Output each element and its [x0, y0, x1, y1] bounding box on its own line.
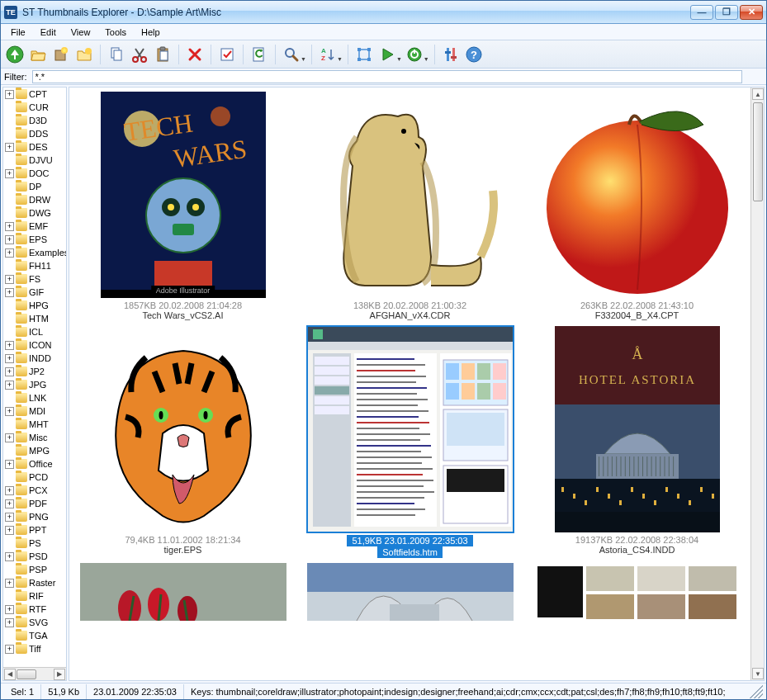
zoom-button[interactable] [281, 44, 302, 65]
resize-grip-icon[interactable] [750, 685, 763, 698]
tree-folder[interactable]: CUR [3, 101, 66, 114]
tree-folder[interactable]: +Office [3, 457, 66, 471]
new-folder-button[interactable] [73, 44, 95, 65]
tree-expander-icon[interactable]: + [5, 169, 14, 178]
tree-expander-icon[interactable]: + [5, 248, 14, 258]
tree-folder[interactable]: +PCX [3, 484, 66, 497]
tree-folder[interactable]: ICL [3, 325, 66, 338]
crop-button[interactable] [353, 44, 375, 65]
vertical-scrollbar[interactable]: ▲ ▼ [750, 88, 764, 680]
tree-expander-icon[interactable] [5, 328, 14, 337]
tree-expander-icon[interactable] [5, 262, 14, 271]
filter-input[interactable] [32, 70, 742, 83]
paste-button[interactable] [152, 44, 173, 65]
thumbnail-preview[interactable] [306, 91, 514, 299]
thumbnail-cell-partial[interactable] [303, 563, 517, 621]
tree-expander-icon[interactable]: + [5, 486, 14, 495]
tree-folder[interactable]: +PSD [3, 550, 66, 563]
power-dropdown-icon[interactable]: ▼ [424, 56, 429, 62]
refresh-button[interactable] [249, 44, 270, 65]
tree-folder[interactable]: TGA [3, 629, 66, 642]
tree-folder[interactable]: MHT [3, 418, 66, 431]
tree-folder[interactable]: +SVG [3, 616, 66, 629]
tree-folder[interactable]: MPG [3, 444, 66, 457]
tree-expander-icon[interactable] [5, 103, 14, 112]
power-button[interactable] [404, 44, 425, 65]
tree-expander-icon[interactable]: + [5, 354, 14, 363]
tree-expander-icon[interactable]: + [5, 288, 14, 297]
tree-folder[interactable]: +ICON [3, 338, 66, 352]
open-button[interactable] [27, 44, 49, 65]
tree-folder[interactable]: HPG [3, 299, 66, 312]
thumbnail-cell[interactable]: 138KB 20.02.2008 21:00:32AFGHAN_vX4.CDR [303, 91, 517, 320]
tree-folder[interactable]: +Tiff [3, 642, 66, 655]
menu-view[interactable]: View [64, 26, 97, 39]
tree-expander-icon[interactable]: + [5, 618, 14, 627]
menu-edit[interactable]: Edit [34, 26, 63, 39]
tree-expander-icon[interactable]: + [5, 222, 14, 231]
menu-file[interactable]: File [4, 26, 32, 39]
maximize-button[interactable]: ❐ [715, 5, 738, 20]
thumbnail-cell[interactable]: 51,9KB 23.01.2009 22:35:03Softfields.htm [303, 325, 517, 558]
tree-folder[interactable]: DRW [3, 193, 66, 206]
tree-folder[interactable]: +JPG [3, 378, 66, 391]
tree-expander-icon[interactable]: + [5, 341, 14, 350]
menu-tools[interactable]: Tools [98, 26, 133, 39]
scroll-thumb[interactable] [17, 669, 36, 679]
scroll-down-icon[interactable]: ▼ [752, 668, 764, 679]
tree-expander-icon[interactable]: + [5, 499, 14, 508]
slideshow-button[interactable] [376, 44, 398, 65]
tree-folder[interactable]: PCD [3, 471, 66, 484]
tree-expander-icon[interactable] [5, 447, 14, 456]
tree-expander-icon[interactable]: + [5, 275, 14, 284]
up-button[interactable] [4, 44, 26, 65]
tree-folder[interactable]: +PDF [3, 497, 66, 510]
tree-expander-icon[interactable] [5, 592, 14, 601]
thumbnail-preview[interactable] [79, 325, 287, 533]
titlebar[interactable]: TE ST Thumbnails Explorer - D:\Sample Ar… [1, 1, 766, 24]
scroll-right-icon[interactable]: ▶ [54, 669, 65, 680]
tree-folder[interactable]: LNK [3, 391, 66, 404]
tree-expander-icon[interactable] [5, 539, 14, 548]
tree-folder[interactable]: DP [3, 180, 66, 193]
tree-folder[interactable]: DJVU [3, 154, 66, 167]
tree-expander-icon[interactable]: + [5, 90, 14, 99]
tree-folder[interactable]: HTM [3, 312, 66, 325]
tree-folder[interactable]: +EPS [3, 233, 66, 246]
tree-folder[interactable]: +PPT [3, 523, 66, 537]
menu-help[interactable]: Help [135, 26, 167, 39]
thumbnail-preview[interactable] [79, 563, 287, 621]
tree-folder[interactable]: D3D [3, 114, 66, 127]
tree-folder[interactable]: +Misc [3, 431, 66, 444]
tree-folder[interactable]: +JP2 [3, 365, 66, 378]
help-button[interactable]: ? [463, 44, 485, 65]
tree-expander-icon[interactable]: + [5, 460, 14, 469]
thumbnail-preview[interactable]: Å HOTEL ASTORIA HOTEL ASTORIA [533, 325, 741, 533]
thumbnail-preview[interactable] [306, 563, 514, 621]
tree-folder[interactable]: +DES [3, 140, 66, 154]
tree-expander-icon[interactable]: + [5, 605, 14, 614]
minimize-button[interactable]: — [690, 5, 713, 20]
tree-expander-icon[interactable] [5, 130, 14, 139]
tree-expander-icon[interactable]: + [5, 367, 14, 376]
tree-expander-icon[interactable]: + [5, 407, 14, 416]
zoom-dropdown-icon[interactable]: ▼ [301, 56, 306, 62]
tree-expander-icon[interactable] [5, 301, 14, 310]
thumbnail-cell-partial[interactable] [76, 563, 290, 621]
scroll-thumb[interactable] [753, 102, 763, 201]
sidebar-horizontal-scrollbar[interactable]: ◀ ▶ [3, 667, 66, 680]
thumbnail-preview[interactable]: TECH WARS Adobe Illustrator [79, 91, 287, 299]
cut-button[interactable] [129, 44, 150, 65]
tree-expander-icon[interactable]: + [5, 235, 14, 244]
tree-expander-icon[interactable] [5, 565, 14, 575]
tree-expander-icon[interactable]: + [5, 513, 14, 522]
tree-expander-icon[interactable]: + [5, 579, 14, 588]
select-button[interactable] [216, 44, 238, 65]
close-button[interactable]: ✕ [740, 5, 763, 20]
tree-expander-icon[interactable] [5, 209, 14, 218]
new-button[interactable] [50, 44, 72, 65]
delete-button[interactable] [184, 44, 206, 65]
tree-folder[interactable]: +INDD [3, 352, 66, 365]
copy-button[interactable] [106, 44, 127, 65]
sort-dropdown-icon[interactable]: ▼ [337, 56, 343, 62]
